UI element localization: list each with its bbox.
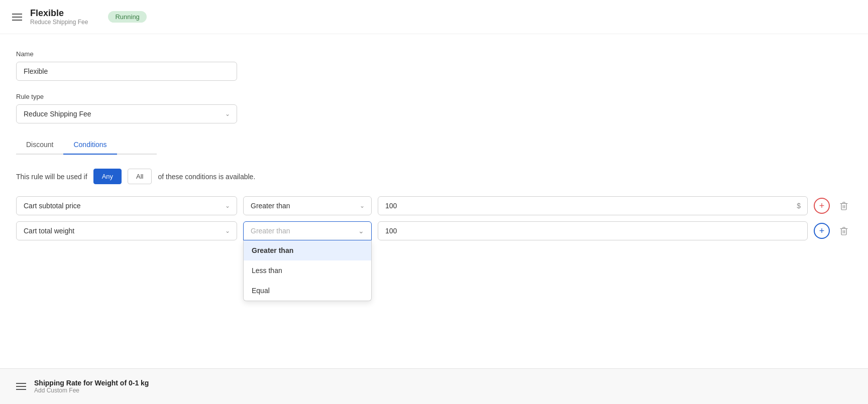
condition-op-wrapper-2: Greater than ⌄ Greater than Less than Eq… bbox=[243, 221, 372, 240]
condition-suffix-1: $ bbox=[797, 202, 801, 210]
add-condition-button-2[interactable]: + bbox=[814, 223, 830, 239]
status-badge: Running bbox=[108, 11, 146, 23]
rule-type-select-wrapper: Reduce Shipping Fee Fixed Price Free Shi… bbox=[16, 104, 237, 123]
condition-op-trigger-2[interactable]: Greater than ⌄ bbox=[243, 221, 372, 240]
app-title: Flexible bbox=[30, 8, 88, 19]
rule-desc-suffix: of these conditions is available. bbox=[158, 173, 255, 181]
condition-op-select-1[interactable]: Greater than Less than Equal bbox=[243, 196, 372, 215]
condition-field-select-1[interactable]: Cart subtotal price Cart total weight bbox=[16, 196, 237, 215]
app-subtitle: Reduce Shipping Fee bbox=[30, 19, 88, 26]
condition-value-input-2[interactable] bbox=[378, 221, 808, 240]
rule-type-form-group: Rule type Reduce Shipping Fee Fixed Pric… bbox=[16, 93, 852, 123]
delete-condition-button-1[interactable] bbox=[836, 198, 852, 214]
condition-value-wrapper-2 bbox=[378, 221, 808, 240]
add-condition-button-1[interactable]: + bbox=[814, 198, 830, 214]
rule-desc-prefix: This rule will be used if bbox=[16, 173, 87, 181]
bottom-item-info: Shipping Rate for Weight of 0-1 kg Add C… bbox=[34, 379, 149, 394]
condition-row-1: Cart subtotal price Cart total weight ⌄ … bbox=[16, 196, 852, 215]
condition-row-2: Cart subtotal price Cart total weight ⌄ … bbox=[16, 221, 852, 240]
bottom-item: Shipping Rate for Weight of 0-1 kg Add C… bbox=[16, 379, 852, 394]
dropdown-item-greater-than[interactable]: Greater than bbox=[244, 240, 371, 260]
name-label: Name bbox=[16, 50, 852, 58]
condition-value-wrapper-1: $ bbox=[378, 196, 808, 215]
dropdown-item-equal[interactable]: Equal bbox=[244, 281, 371, 301]
chevron-down-icon: ⌄ bbox=[358, 227, 364, 235]
main-content: Name Rule type Reduce Shipping Fee Fixed… bbox=[0, 34, 868, 360]
tab-discount[interactable]: Discount bbox=[16, 136, 63, 155]
bottom-hamburger-icon[interactable] bbox=[16, 383, 26, 390]
header-left: Flexible Reduce Shipping Fee Running bbox=[12, 8, 147, 26]
header-title: Flexible Reduce Shipping Fee bbox=[30, 8, 88, 26]
tabs-section: Discount Conditions bbox=[16, 136, 852, 155]
rule-type-label: Rule type bbox=[16, 93, 852, 100]
bottom-section: Shipping Rate for Weight of 0-1 kg Add C… bbox=[0, 368, 868, 404]
rule-description: This rule will be used if Any All of the… bbox=[16, 169, 852, 184]
dropdown-item-less-than[interactable]: Less than bbox=[244, 260, 371, 281]
name-form-group: Name bbox=[16, 50, 852, 81]
condition-field-wrapper-1: Cart subtotal price Cart total weight ⌄ bbox=[16, 196, 237, 215]
condition-field-select-2[interactable]: Cart subtotal price Cart total weight bbox=[16, 221, 237, 240]
bottom-item-subtitle: Add Custom Fee bbox=[34, 387, 149, 394]
any-button[interactable]: Any bbox=[93, 169, 122, 184]
hamburger-icon[interactable] bbox=[12, 14, 22, 21]
all-button[interactable]: All bbox=[128, 169, 152, 184]
tabs: Discount Conditions bbox=[16, 136, 157, 155]
condition-value-input-1[interactable] bbox=[378, 196, 808, 215]
delete-condition-button-2[interactable] bbox=[836, 223, 852, 239]
condition-field-wrapper-2: Cart subtotal price Cart total weight ⌄ bbox=[16, 221, 237, 240]
tab-conditions[interactable]: Conditions bbox=[63, 136, 117, 155]
conditions-area: Cart subtotal price Cart total weight ⌄ … bbox=[16, 196, 852, 240]
bottom-item-title: Shipping Rate for Weight of 0-1 kg bbox=[34, 379, 149, 387]
rule-type-select[interactable]: Reduce Shipping Fee Fixed Price Free Shi… bbox=[16, 104, 237, 123]
condition-op-wrapper-1: Greater than Less than Equal ⌄ bbox=[243, 196, 372, 215]
name-input[interactable] bbox=[16, 62, 237, 81]
page: Flexible Reduce Shipping Fee Running Nam… bbox=[0, 0, 868, 404]
header: Flexible Reduce Shipping Fee Running bbox=[0, 0, 868, 34]
condition-op-display-2: Greater than bbox=[251, 227, 290, 235]
condition-op-dropdown-2: Greater than Less than Equal bbox=[243, 240, 372, 301]
